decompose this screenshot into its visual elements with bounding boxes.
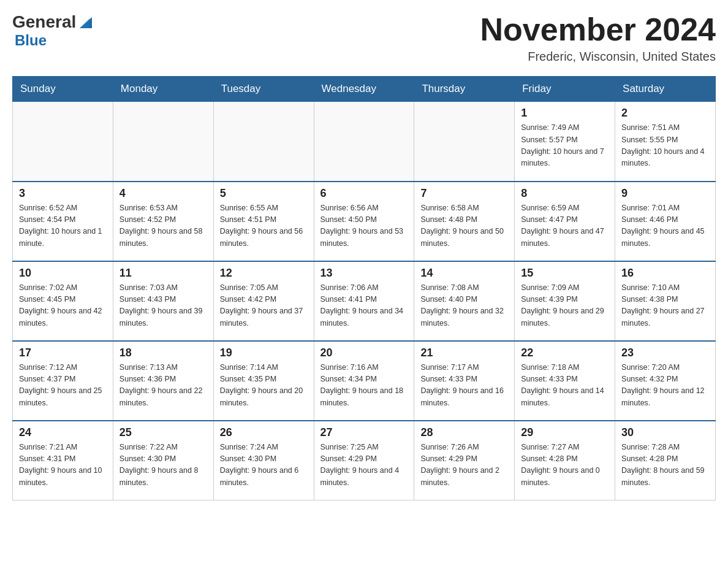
calendar-week-row: 1Sunrise: 7:49 AMSunset: 5:57 PMDaylight…: [13, 102, 716, 182]
calendar-cell: 14Sunrise: 7:08 AMSunset: 4:40 PMDayligh…: [414, 261, 515, 341]
calendar-cell: 11Sunrise: 7:03 AMSunset: 4:43 PMDayligh…: [113, 261, 213, 341]
day-number: 3: [19, 187, 107, 200]
day-number: 9: [621, 187, 709, 200]
day-info: Sunrise: 7:09 AMSunset: 4:39 PMDaylight:…: [521, 282, 609, 330]
day-number: 20: [320, 347, 408, 359]
day-number: 22: [521, 347, 609, 359]
logo-blue-text: Blue: [15, 32, 47, 49]
day-number: 15: [521, 267, 609, 280]
day-info: Sunrise: 7:51 AMSunset: 5:55 PMDaylight:…: [621, 122, 709, 170]
day-number: 6: [320, 187, 408, 200]
location-subtitle: Frederic, Wisconsin, United States: [480, 50, 716, 64]
weekday-header-sunday: Sunday: [13, 77, 113, 102]
calendar-cell: 5Sunrise: 6:55 AMSunset: 4:51 PMDaylight…: [213, 182, 314, 261]
title-section: November 2024 Frederic, Wisconsin, Unite…: [480, 12, 716, 64]
calendar-table: SundayMondayTuesdayWednesdayThursdayFrid…: [12, 76, 716, 500]
day-info: Sunrise: 7:28 AMSunset: 4:28 PMDaylight:…: [621, 442, 709, 489]
day-info: Sunrise: 7:13 AMSunset: 4:36 PMDaylight:…: [119, 362, 207, 410]
day-info: Sunrise: 7:14 AMSunset: 4:35 PMDaylight:…: [220, 362, 308, 410]
day-number: 26: [220, 426, 308, 439]
day-number: 10: [19, 267, 107, 280]
calendar-cell: 19Sunrise: 7:14 AMSunset: 4:35 PMDayligh…: [213, 341, 314, 421]
calendar-cell: [13, 102, 113, 182]
month-year-title: November 2024: [480, 12, 716, 47]
day-number: 8: [521, 187, 609, 200]
calendar-cell: 26Sunrise: 7:24 AMSunset: 4:30 PMDayligh…: [213, 421, 314, 500]
day-number: 24: [19, 426, 107, 439]
page-header: General Blue November 2024 Frederic, Wis…: [12, 12, 716, 64]
calendar-cell: [414, 102, 515, 182]
calendar-cell: 27Sunrise: 7:25 AMSunset: 4:29 PMDayligh…: [314, 421, 414, 500]
day-info: Sunrise: 7:27 AMSunset: 4:28 PMDaylight:…: [521, 442, 609, 489]
day-info: Sunrise: 7:18 AMSunset: 4:33 PMDaylight:…: [521, 362, 609, 410]
day-info: Sunrise: 7:12 AMSunset: 4:37 PMDaylight:…: [19, 362, 107, 410]
calendar-cell: 24Sunrise: 7:21 AMSunset: 4:31 PMDayligh…: [13, 421, 113, 500]
calendar-cell: 12Sunrise: 7:05 AMSunset: 4:42 PMDayligh…: [213, 261, 314, 341]
calendar-cell: 17Sunrise: 7:12 AMSunset: 4:37 PMDayligh…: [13, 341, 113, 421]
day-number: 30: [621, 426, 709, 439]
calendar-cell: 8Sunrise: 6:59 AMSunset: 4:47 PMDaylight…: [515, 182, 615, 261]
calendar-cell: 30Sunrise: 7:28 AMSunset: 4:28 PMDayligh…: [615, 421, 716, 500]
day-number: 5: [220, 187, 308, 200]
day-info: Sunrise: 6:52 AMSunset: 4:54 PMDaylight:…: [19, 202, 107, 250]
day-number: 19: [220, 347, 308, 359]
day-number: 7: [420, 187, 508, 200]
day-info: Sunrise: 6:59 AMSunset: 4:47 PMDaylight:…: [521, 202, 609, 250]
day-info: Sunrise: 7:21 AMSunset: 4:31 PMDaylight:…: [19, 442, 107, 489]
day-info: Sunrise: 7:10 AMSunset: 4:38 PMDaylight:…: [621, 282, 709, 330]
calendar-week-row: 3Sunrise: 6:52 AMSunset: 4:54 PMDaylight…: [13, 182, 716, 261]
calendar-cell: 3Sunrise: 6:52 AMSunset: 4:54 PMDaylight…: [13, 182, 113, 261]
calendar-cell: 18Sunrise: 7:13 AMSunset: 4:36 PMDayligh…: [113, 341, 213, 421]
day-number: 1: [521, 107, 609, 120]
calendar-week-row: 10Sunrise: 7:02 AMSunset: 4:45 PMDayligh…: [13, 261, 716, 341]
day-info: Sunrise: 6:58 AMSunset: 4:48 PMDaylight:…: [420, 202, 508, 250]
weekday-header-monday: Monday: [113, 77, 213, 102]
day-info: Sunrise: 7:08 AMSunset: 4:40 PMDaylight:…: [420, 282, 508, 330]
calendar-cell: 9Sunrise: 7:01 AMSunset: 4:46 PMDaylight…: [615, 182, 716, 261]
day-number: 12: [220, 267, 308, 280]
calendar-cell: 29Sunrise: 7:27 AMSunset: 4:28 PMDayligh…: [515, 421, 615, 500]
day-number: 29: [521, 426, 609, 439]
day-info: Sunrise: 7:49 AMSunset: 5:57 PMDaylight:…: [521, 122, 609, 170]
calendar-cell: [113, 102, 213, 182]
logo-general-text: General: [12, 12, 76, 32]
calendar-cell: 15Sunrise: 7:09 AMSunset: 4:39 PMDayligh…: [515, 261, 615, 341]
weekday-header-saturday: Saturday: [615, 77, 716, 102]
day-number: 25: [119, 426, 207, 439]
weekday-header-thursday: Thursday: [414, 77, 515, 102]
calendar-cell: 7Sunrise: 6:58 AMSunset: 4:48 PMDaylight…: [414, 182, 515, 261]
calendar-cell: 4Sunrise: 6:53 AMSunset: 4:52 PMDaylight…: [113, 182, 213, 261]
calendar-cell: 22Sunrise: 7:18 AMSunset: 4:33 PMDayligh…: [515, 341, 615, 421]
weekday-header-tuesday: Tuesday: [213, 77, 314, 102]
calendar-week-row: 17Sunrise: 7:12 AMSunset: 4:37 PMDayligh…: [13, 341, 716, 421]
day-info: Sunrise: 6:56 AMSunset: 4:50 PMDaylight:…: [320, 202, 408, 250]
day-number: 14: [420, 267, 508, 280]
logo: General Blue: [12, 12, 94, 49]
day-number: 17: [19, 347, 107, 359]
day-number: 21: [420, 347, 508, 359]
calendar-cell: 16Sunrise: 7:10 AMSunset: 4:38 PMDayligh…: [615, 261, 716, 341]
day-number: 2: [621, 107, 709, 120]
day-info: Sunrise: 7:20 AMSunset: 4:32 PMDaylight:…: [621, 362, 709, 410]
day-info: Sunrise: 7:16 AMSunset: 4:34 PMDaylight:…: [320, 362, 408, 410]
calendar-cell: 21Sunrise: 7:17 AMSunset: 4:33 PMDayligh…: [414, 341, 515, 421]
day-number: 13: [320, 267, 408, 280]
calendar-cell: 28Sunrise: 7:26 AMSunset: 4:29 PMDayligh…: [414, 421, 515, 500]
day-info: Sunrise: 7:06 AMSunset: 4:41 PMDaylight:…: [320, 282, 408, 330]
calendar-cell: 1Sunrise: 7:49 AMSunset: 5:57 PMDaylight…: [515, 102, 615, 182]
day-info: Sunrise: 7:24 AMSunset: 4:30 PMDaylight:…: [220, 442, 308, 489]
logo-icon: [77, 13, 94, 31]
calendar-cell: [213, 102, 314, 182]
weekday-header-wednesday: Wednesday: [314, 77, 414, 102]
day-number: 4: [119, 187, 207, 200]
weekday-header-row: SundayMondayTuesdayWednesdayThursdayFrid…: [13, 77, 716, 102]
calendar-cell: 6Sunrise: 6:56 AMSunset: 4:50 PMDaylight…: [314, 182, 414, 261]
day-info: Sunrise: 7:17 AMSunset: 4:33 PMDaylight:…: [420, 362, 508, 410]
day-info: Sunrise: 7:26 AMSunset: 4:29 PMDaylight:…: [420, 442, 508, 489]
calendar-cell: 2Sunrise: 7:51 AMSunset: 5:55 PMDaylight…: [615, 102, 716, 182]
day-number: 23: [621, 347, 709, 359]
calendar-cell: 23Sunrise: 7:20 AMSunset: 4:32 PMDayligh…: [615, 341, 716, 421]
day-number: 18: [119, 347, 207, 359]
calendar-cell: [314, 102, 414, 182]
day-info: Sunrise: 6:53 AMSunset: 4:52 PMDaylight:…: [119, 202, 207, 250]
